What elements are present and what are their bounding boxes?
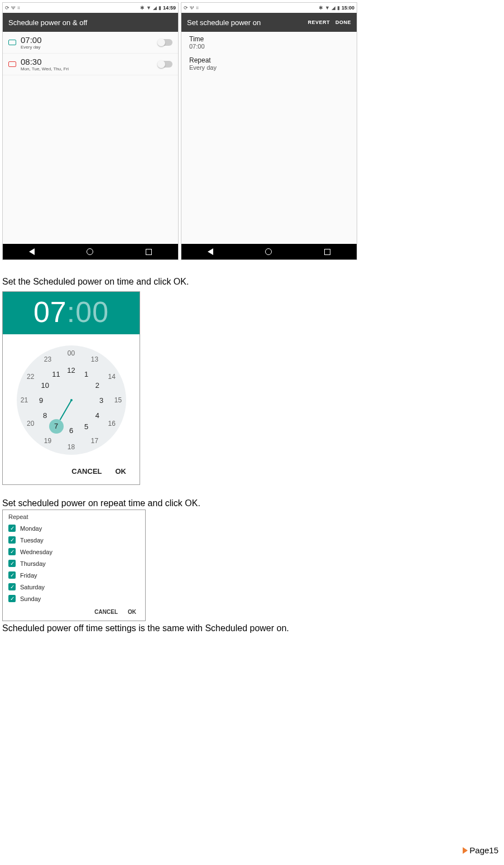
day-label: Friday — [20, 572, 37, 579]
clock-hour-outer[interactable]: 18 — [68, 443, 75, 451]
power-off-icon — [8, 61, 16, 67]
checkbox-checked-icon[interactable]: ✓ — [8, 536, 16, 544]
repeat-day-row[interactable]: ✓Thursday — [8, 558, 140, 569]
status-bar: ⟳ Ψ ⌗ ✱ ▼ ◢ ▮ 15:00 — [181, 3, 357, 13]
clock-hour-outer[interactable]: 23 — [44, 355, 51, 363]
clock-hour-outer[interactable]: 21 — [21, 396, 28, 404]
cancel-button[interactable]: CANCEL — [71, 467, 102, 475]
nav-home-icon[interactable] — [265, 248, 272, 255]
day-label: Wednesday — [20, 549, 52, 555]
clock-hour-selected[interactable]: 7 — [49, 419, 64, 434]
time-picker-dialog: 07:00 0013141516171819202122231212345678… — [2, 291, 140, 485]
clock-hour-inner[interactable]: 9 — [39, 396, 43, 405]
nav-recent-icon[interactable] — [146, 249, 152, 255]
page-number: Page15 — [469, 845, 498, 855]
instruction-text-2: Set scheduled power on repeat time and c… — [2, 498, 504, 508]
power-on-icon — [8, 40, 16, 45]
checkbox-checked-icon[interactable]: ✓ — [8, 560, 16, 567]
toggle-switch[interactable] — [158, 39, 172, 46]
clock-hour-inner[interactable]: 12 — [67, 366, 75, 374]
signal-icon: ◢ — [332, 5, 335, 11]
clock-hour-outer[interactable]: 13 — [91, 355, 98, 363]
row-value: 07:00 — [189, 43, 349, 50]
hours-value[interactable]: 07 — [33, 296, 67, 328]
clock-hour-inner[interactable]: 4 — [95, 411, 99, 420]
nav-bar — [181, 244, 357, 260]
revert-button[interactable]: REVERT — [308, 20, 330, 25]
toggle-switch[interactable] — [158, 61, 172, 68]
clock-hour-outer[interactable]: 15 — [114, 396, 122, 404]
clock-hour-inner[interactable]: 8 — [43, 411, 47, 420]
ok-button[interactable]: OK — [128, 609, 136, 615]
debug-icon: ⌗ — [17, 5, 20, 11]
day-label: Thursday — [20, 560, 46, 567]
signal-icon: ◢ — [153, 5, 157, 11]
row-time: 08:30 — [21, 57, 153, 66]
page-footer: Page15 — [463, 845, 498, 855]
status-bar: ⟳ Ψ ⌗ ✱ ▼ ◢ ▮ 14:59 — [3, 3, 178, 13]
sync-icon: ⟳ — [184, 5, 188, 11]
checkbox-checked-icon[interactable]: ✓ — [8, 525, 16, 532]
checkbox-checked-icon[interactable]: ✓ — [8, 583, 16, 590]
day-label: Tuesday — [20, 537, 44, 544]
repeat-day-row[interactable]: ✓Sunday — [8, 593, 140, 604]
clock-hour-inner[interactable]: 6 — [69, 426, 73, 435]
app-bar: Schedule power on & off — [3, 13, 178, 32]
checkbox-checked-icon[interactable]: ✓ — [8, 571, 16, 579]
battery-icon: ▮ — [159, 5, 161, 11]
instruction-text-1: Set the Scheduled power on time and clic… — [2, 277, 504, 287]
statusbar-clock: 14:59 — [163, 5, 176, 11]
schedule-row-off[interactable]: 08:30 Mon, Tue, Wed, Thu, Fri — [3, 54, 178, 75]
nav-home-icon[interactable] — [87, 248, 93, 255]
checkbox-checked-icon[interactable]: ✓ — [8, 595, 16, 602]
time-row[interactable]: Time 07:00 — [181, 32, 357, 53]
repeat-title: Repeat — [8, 513, 140, 520]
day-label: Monday — [20, 525, 42, 532]
clock-hour-inner[interactable]: 11 — [52, 370, 60, 378]
ok-button[interactable]: OK — [116, 467, 127, 475]
clock-hour-outer[interactable]: 22 — [27, 373, 34, 381]
screen-title: Schedule power on & off — [8, 18, 87, 27]
clock-hour-outer[interactable]: 17 — [91, 437, 98, 445]
screen-title: Set schedule power on — [187, 18, 261, 27]
repeat-day-row[interactable]: ✓Wednesday — [8, 546, 140, 558]
row-value: Every day — [189, 64, 349, 71]
done-button[interactable]: DONE — [335, 20, 351, 25]
repeat-day-row[interactable]: ✓Tuesday — [8, 534, 140, 546]
wifi-icon: ▼ — [146, 5, 151, 11]
day-label: Saturday — [20, 584, 45, 590]
clock-hour-inner[interactable]: 3 — [99, 396, 103, 405]
repeat-day-row[interactable]: ✓Friday — [8, 569, 140, 581]
clock-hour-inner[interactable]: 5 — [84, 422, 88, 430]
wifi-icon: ▼ — [325, 5, 330, 11]
sync-icon: ⟳ — [5, 5, 9, 11]
clock-hour-outer[interactable]: 19 — [44, 437, 51, 445]
clock-hour-inner[interactable]: 2 — [95, 381, 99, 390]
clock-hour-outer[interactable]: 20 — [27, 420, 34, 427]
nav-back-icon[interactable] — [29, 248, 35, 255]
clock-hour-inner[interactable]: 10 — [41, 381, 49, 390]
clock-face[interactable]: 001314151617181920212223121234567891011 — [17, 345, 126, 455]
repeat-dialog: Repeat ✓Monday✓Tuesday✓Wednesday✓Thursda… — [2, 510, 146, 621]
repeat-row[interactable]: Repeat Every day — [181, 53, 357, 74]
phone-set-schedule: ⟳ Ψ ⌗ ✱ ▼ ◢ ▮ 15:00 Set schedule power o… — [181, 2, 357, 260]
row-time: 07:00 — [21, 35, 153, 45]
repeat-day-row[interactable]: ✓Saturday — [8, 581, 140, 593]
clock-hour-outer[interactable]: 14 — [108, 373, 116, 381]
clock-hour-outer[interactable]: 00 — [68, 349, 75, 357]
caret-right-icon — [463, 847, 468, 854]
screenshots-row: ⟳ Ψ ⌗ ✱ ▼ ◢ ▮ 14:59 Schedule power on & … — [2, 0, 504, 260]
checkbox-checked-icon[interactable]: ✓ — [8, 548, 16, 555]
usb-icon: Ψ — [11, 5, 16, 11]
repeat-day-row[interactable]: ✓Monday — [8, 522, 140, 534]
schedule-row-on[interactable]: 07:00 Every day — [3, 32, 178, 54]
instruction-text-3: Scheduled power off time settings is the… — [2, 623, 504, 633]
clock-hour-outer[interactable]: 16 — [108, 420, 116, 427]
day-label: Sunday — [20, 595, 41, 602]
debug-icon: ⌗ — [196, 5, 199, 11]
nav-recent-icon[interactable] — [324, 249, 330, 255]
minutes-value[interactable]: 00 — [75, 296, 109, 328]
clock-hour-inner[interactable]: 1 — [84, 370, 88, 378]
nav-back-icon[interactable] — [208, 248, 213, 255]
cancel-button[interactable]: CANCEL — [94, 609, 118, 615]
